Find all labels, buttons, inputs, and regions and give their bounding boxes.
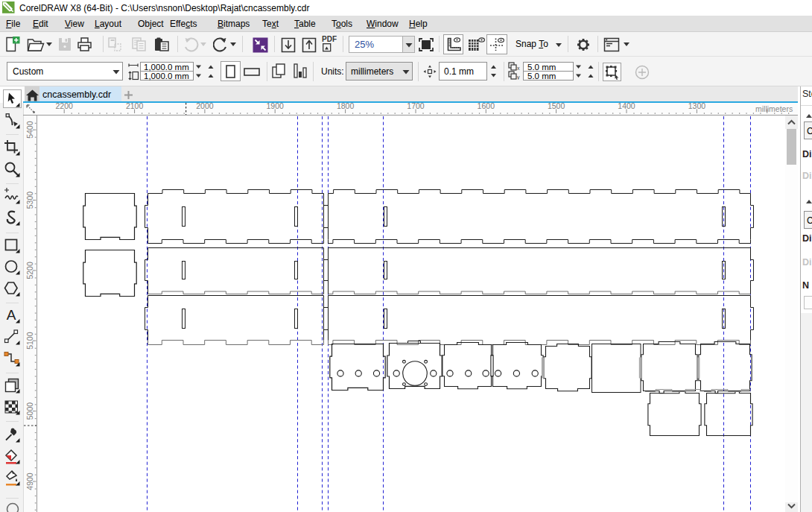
svg-text:y: y	[517, 75, 520, 80]
svg-text:1600: 1600	[478, 103, 495, 110]
svg-text:A: A	[7, 307, 16, 323]
svg-text:2000: 2000	[196, 103, 214, 110]
svg-text:5300: 5300	[25, 192, 34, 209]
svg-text:4900: 4900	[25, 473, 34, 490]
svg-text:1500: 1500	[548, 103, 565, 110]
svg-text:1800: 1800	[337, 103, 355, 110]
svg-text:1400: 1400	[618, 103, 635, 110]
svg-text:1300: 1300	[688, 103, 706, 110]
svg-text:1700: 1700	[407, 103, 425, 110]
svg-text:5000: 5000	[25, 402, 34, 420]
svg-text:5100: 5100	[25, 332, 34, 350]
svg-text:2100: 2100	[126, 103, 144, 110]
svg-text:5400: 5400	[25, 121, 34, 139]
svg-text:x: x	[517, 66, 520, 71]
svg-text:5200: 5200	[25, 262, 34, 279]
svg-text:2200: 2200	[56, 103, 74, 110]
svg-text:1900: 1900	[267, 103, 285, 110]
